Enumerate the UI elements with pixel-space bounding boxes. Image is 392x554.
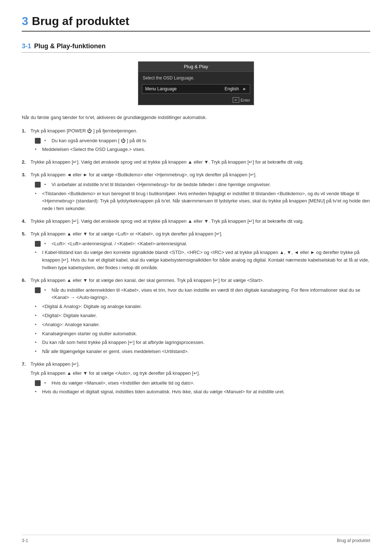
item-7-continuation: Tryk på knappen ▲ eller ▼ for at vælge <…: [30, 370, 370, 377]
subitem-6-3: • <Digital>: Digitale kanaler.: [35, 312, 370, 320]
subitem-text-3-2: <Tilstanden <Butikdemo> er kun beregnet …: [42, 190, 370, 213]
subitem-5-2: • I Kabel-tilstand kan du vælge den korr…: [35, 249, 370, 271]
subitem-bullet-1-1: •: [44, 137, 49, 145]
osd-enter-icon: ↵: [233, 97, 239, 103]
subitem-6-6: • Du kan når som helst trykke på knappen…: [35, 339, 370, 346]
item-5: 5. Tryk på knappen ▲ eller ▼ for at vælg…: [22, 230, 370, 272]
subitem-1-1: • Du kan også anvende knappen [ ⏻ ] på d…: [35, 137, 370, 145]
subitem-text-5-2: I Kabel-tilstand kan du vælge den korrek…: [42, 249, 370, 271]
subitem-bullet-5-1: •: [44, 240, 49, 248]
footer-page-number: 3-1: [22, 538, 28, 543]
subitem-text-6-4: <Analog>: Analoge kanaler.: [42, 321, 370, 329]
subitem-7-1: • Hvis du vælger <Manuel>, vises <Indsti…: [35, 379, 370, 387]
subitem-bullet-6-3: •: [35, 312, 40, 320]
osd-arrow-icon: ►: [242, 86, 247, 91]
subitem-bullet-6-6: •: [35, 339, 40, 346]
osd-title-text: Plug & Play: [184, 64, 208, 69]
item-7-text: Trykke på knappen [↵].: [30, 361, 370, 368]
item-1-number: 1.: [22, 127, 28, 135]
section-number: 3-1: [22, 42, 31, 50]
item-5-subitems: • <Luft>: <Luft>-antennesignal. / <Kabel…: [35, 240, 370, 272]
item-7-subitems: • Hvis du vælger <Manuel>, vises <Indsti…: [35, 379, 370, 396]
subitem-icon-1-1: [35, 138, 41, 144]
osd-menu-value: English: [225, 86, 239, 91]
subitem-bullet-6-1: •: [44, 287, 49, 294]
page-footer: 3-1 Brug af produktet: [22, 535, 370, 543]
osd-enter-label: Enter: [241, 98, 250, 102]
subitem-icon-5-1: [35, 241, 41, 247]
subitem-bullet-7-2: •: [35, 388, 40, 396]
osd-menu-label: Menu Language: [145, 86, 225, 91]
subitem-bullet-3-2: •: [35, 190, 40, 198]
subitem-text-6-5: Kanalsøgningen starter og slutter automa…: [42, 330, 370, 338]
subitem-bullet-6-5: •: [35, 330, 40, 338]
subitem-text-6-1: Når du indstiller antennekilden til <Kab…: [52, 287, 370, 302]
subitem-text-7-2: Hvis du modtager et digitalt signal, ind…: [42, 388, 370, 396]
chapter-header: 3Brug af produktet: [22, 15, 370, 32]
subitem-6-7: • Når alle tilgængelige kanaler er gemt,…: [35, 348, 370, 356]
subitem-text-7-1: Hvis du vælger <Manuel>, vises <Indstill…: [52, 379, 370, 387]
item-3: 3. Tryk på knappen ◄ eller ► for at vælg…: [22, 171, 370, 213]
item-3-subitems: • Vi anbefaler at indstille tv'et til ti…: [35, 181, 370, 213]
subitem-bullet-7-1: •: [44, 379, 49, 387]
item-6-number: 6.: [22, 277, 28, 284]
item-7-number: 7.: [22, 361, 28, 368]
osd-footer: ↵ Enter: [138, 95, 254, 105]
subitem-icon-3-1: [35, 182, 41, 188]
item-7: 7. Trykke på knappen [↵]. Tryk på knappe…: [22, 361, 370, 396]
footer-chapter-name: Brug af produktet: [337, 538, 370, 543]
item-2-text: Trykke på knappen [↵]. Vælg det ønskede …: [30, 159, 370, 166]
subitem-6-4: • <Analog>: Analoge kanaler.: [35, 321, 370, 329]
numbered-list: 1. Tryk på knappen [POWER ⏻ ] på fjernbe…: [22, 127, 370, 396]
subitem-3-2: • <Tilstanden <Butikdemo> er kun beregne…: [35, 190, 370, 213]
section-header: 3-1Plug & Play-funktionen: [22, 42, 370, 53]
subitem-7-2: • Hvis du modtager et digitalt signal, i…: [35, 388, 370, 396]
subitem-text-6-2: <Digital & Analog>: Digitale og analoge …: [42, 303, 370, 311]
item-5-text: Tryk på knappen ▲ eller ▼ for at vælge <…: [30, 230, 370, 238]
item-4: 4. Trykke på knappen [↵]. Vælg det ønske…: [22, 218, 370, 225]
item-3-number: 3.: [22, 171, 28, 179]
subitem-1-2: • Meddelelsen <Select the OSD Language.>…: [35, 146, 370, 153]
item-4-text: Trykke på knappen [↵]. Vælg det ønskede …: [30, 218, 370, 225]
item-2: 2. Trykke på knappen [↵]. Vælg det ønske…: [22, 159, 370, 166]
item-6-text: Tryk på knappen ▲ eller ▼ for at vælge d…: [30, 277, 370, 284]
item-3-text: Tryk på knappen ◄ eller ► for at vælge <…: [30, 171, 370, 179]
item-5-number: 5.: [22, 230, 28, 238]
subitem-6-1: • Når du indstiller antennekilden til <K…: [35, 287, 370, 302]
osd-dialog: Plug & Play Select the OSD Language. Men…: [138, 61, 254, 105]
page-content: 3Brug af produktet 3-1Plug & Play-funkti…: [22, 15, 370, 396]
subitem-5-1: • <Luft>: <Luft>-antennesignal. / <Kabel…: [35, 240, 370, 248]
subitem-text-5-1: <Luft>: <Luft>-antennesignal. / <Kabel>:…: [52, 240, 370, 248]
subitem-text-3-1: Vi anbefaler at indstille tv'et til tils…: [52, 181, 370, 189]
chapter-title: Brug af produktet: [32, 15, 129, 28]
item-1-text: Tryk på knappen [POWER ⏻ ] på fjernbetje…: [30, 127, 370, 135]
subitem-bullet-6-7: •: [35, 348, 40, 356]
item-6: 6. Tryk på knappen ▲ eller ▼ for at vælg…: [22, 277, 370, 356]
subitem-6-2: • <Digital & Analog>: Digitale og analog…: [35, 303, 370, 311]
subitem-3-1: • Vi anbefaler at indstille tv'et til ti…: [35, 181, 370, 189]
intro-text: Når du første gang tænder for tv'et, akt…: [22, 114, 370, 122]
item-4-number: 4.: [22, 218, 28, 225]
subitem-bullet-1-2: •: [35, 146, 40, 153]
subitem-bullet-5-2: •: [35, 249, 40, 257]
osd-title-bar: Plug & Play: [138, 62, 254, 72]
item-1: 1. Tryk på knappen [POWER ⏻ ] på fjernbe…: [22, 127, 370, 153]
osd-menu-row: Menu Language English ►: [142, 84, 250, 94]
subitem-bullet-3-1: •: [44, 181, 49, 189]
osd-subtitle-text: Select the OSD Language.: [143, 75, 195, 81]
subitem-text-1-2: Meddelelsen <Select the OSD Language.> v…: [42, 146, 370, 153]
section-title: Plug & Play-funktionen: [34, 42, 106, 50]
item-2-number: 2.: [22, 159, 28, 166]
osd-subtitle: Select the OSD Language.: [138, 72, 254, 83]
subitem-bullet-6-4: •: [35, 321, 40, 329]
subitem-text-6-6: Du kan når som helst trykke på knappen […: [42, 339, 370, 346]
subitem-bullet-6-2: •: [35, 303, 40, 311]
subitem-icon-7-1: [35, 380, 41, 386]
subitem-6-5: • Kanalsøgningen starter og slutter auto…: [35, 330, 370, 338]
item-7-cont-text: Tryk på knappen ▲ eller ▼ for at vælge <…: [30, 370, 200, 376]
chapter-number: 3: [22, 15, 28, 28]
subitem-icon-6-1: [35, 287, 41, 293]
subitem-text-1-1: Du kan også anvende knappen [ ⏻ ] på dit…: [52, 137, 370, 145]
item-6-subitems: • Når du indstiller antennekilden til <K…: [35, 287, 370, 356]
subitem-text-6-3: <Digital>: Digitale kanaler.: [42, 312, 370, 320]
